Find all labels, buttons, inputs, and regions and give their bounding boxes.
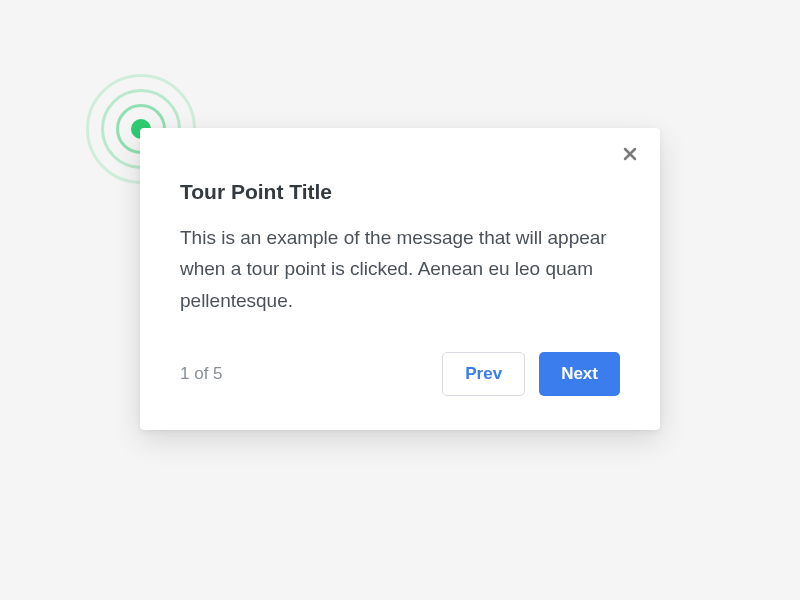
popover-title: Tour Point Title [180,180,620,204]
prev-button[interactable]: Prev [442,352,525,396]
tour-popover: Tour Point Title This is an example of t… [140,128,660,430]
popover-footer: 1 of 5 Prev Next [180,352,620,396]
popover-message: This is an example of the message that w… [180,222,620,316]
next-button[interactable]: Next [539,352,620,396]
button-group: Prev Next [442,352,620,396]
step-counter: 1 of 5 [180,364,223,384]
close-button[interactable] [618,144,642,168]
close-icon [622,146,638,166]
